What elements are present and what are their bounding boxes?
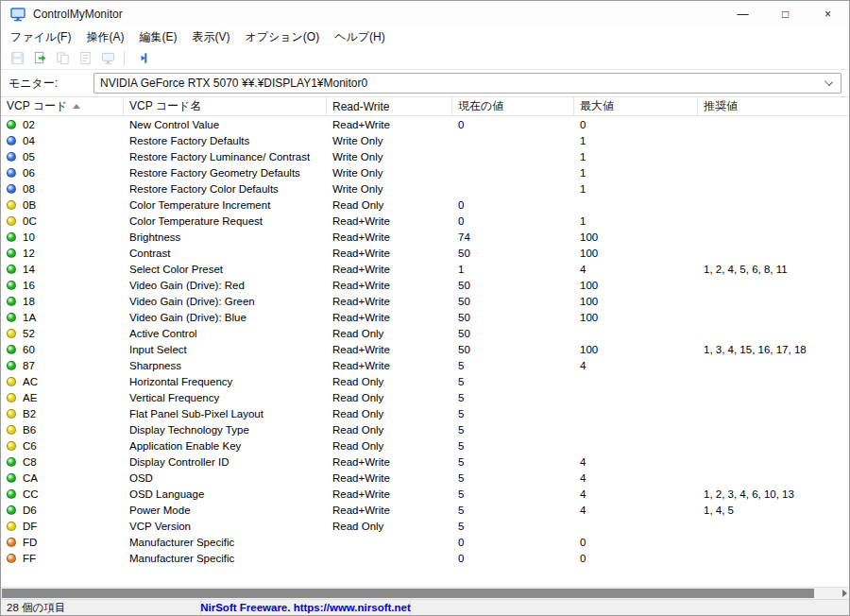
table-row[interactable]: 04Restore Factory DefaultsWrite Only1: [1, 132, 849, 148]
current-value-cell: 5: [452, 456, 574, 468]
vcp-code-cell: 0B: [1, 199, 124, 211]
close-button[interactable]: ×: [807, 1, 849, 27]
vcp-code-cell: 08: [1, 183, 124, 195]
minimize-button[interactable]: —: [722, 1, 764, 27]
scrollbar-thumb[interactable]: [2, 589, 814, 598]
read-write-cell: Read+Write: [327, 360, 452, 371]
chevron-down-icon: [824, 77, 833, 86]
table-row[interactable]: 16Video Gain (Drive): RedRead+Write50100: [1, 277, 849, 293]
turn-off-monitor-button[interactable]: [130, 49, 151, 68]
vcp-status-icon: [7, 457, 16, 467]
vcp-code: DF: [23, 521, 37, 532]
vcp-status-icon: [7, 297, 16, 306]
max-value-cell: 100: [574, 312, 698, 323]
vcp-code: C6: [23, 440, 37, 452]
scroll-right-arrow-icon[interactable]: [842, 590, 847, 597]
table-row[interactable]: 0BColor Temperature IncrementRead Only0: [1, 197, 849, 213]
current-value-cell: 0: [452, 553, 574, 564]
vcp-code-cell: 0C: [1, 215, 124, 227]
table-row[interactable]: 87SharpnessRead+Write54: [1, 357, 849, 373]
monitor-button[interactable]: [97, 49, 118, 68]
table-row[interactable]: 06Restore Factory Geometry DefaultsWrite…: [1, 164, 849, 180]
vcp-code: 12: [23, 248, 35, 259]
table-row[interactable]: 10BrightnessRead+Write74100: [1, 229, 849, 245]
read-write-cell: Read Only: [327, 408, 452, 419]
horizontal-scrollbar[interactable]: [1, 587, 849, 599]
table-row[interactable]: FDManufacturer Specific00: [1, 534, 849, 550]
table-row[interactable]: 05Restore Factory Luminance/ ContrastWri…: [1, 148, 849, 164]
read-write-cell: Read+Write: [327, 119, 452, 130]
table-row[interactable]: 12ContrastRead+Write50100: [1, 245, 849, 261]
vcp-code-cell: 16: [1, 280, 124, 291]
vcp-code-cell: 06: [1, 167, 124, 179]
menu-help[interactable]: ヘルプ(H): [327, 27, 393, 47]
table-row[interactable]: C8Display Controller IDRead+Write54: [1, 453, 849, 470]
vcp-code-cell: D6: [1, 505, 124, 516]
table-row[interactable]: B6Display Technology TypeRead Only5: [1, 421, 849, 437]
menu-file[interactable]: ファイル(F): [3, 27, 78, 47]
table-row[interactable]: 14Select Color PresetRead+Write141, 2, 4…: [1, 261, 849, 277]
table-row[interactable]: CAOSDRead+Write54: [1, 470, 849, 486]
column-header-recommended[interactable]: 推奨値: [698, 97, 849, 115]
current-value-cell: 50: [452, 312, 574, 323]
toolbar-separator: [124, 51, 125, 66]
table-row[interactable]: 08Restore Factory Color DefaultsWrite On…: [1, 180, 849, 197]
menu-view[interactable]: 表示(V): [184, 27, 237, 47]
read-write-cell: Read+Write: [327, 488, 452, 500]
max-value-cell: 0: [574, 119, 698, 130]
table-row[interactable]: 02New Control ValueRead+Write00: [1, 116, 849, 132]
menu-action[interactable]: 操作(A): [78, 27, 131, 47]
column-header-current-value[interactable]: 現在の値: [452, 97, 574, 115]
save-button[interactable]: [7, 49, 27, 68]
vcp-code: 06: [23, 167, 35, 179]
column-header-read-write[interactable]: Read-Write: [327, 97, 452, 115]
table-row[interactable]: CCOSD LanguageRead+Write541, 2, 3, 4, 6,…: [1, 486, 849, 502]
vcp-status-icon: [7, 168, 16, 178]
copy-icon: [56, 51, 70, 65]
max-value-cell: 4: [574, 472, 698, 484]
table-row[interactable]: 60Input SelectRead+Write501001, 3, 4, 15…: [1, 341, 849, 357]
vcp-name-cell: Restore Factory Luminance/ Contrast: [124, 151, 327, 163]
table-row[interactable]: ACHorizontal FrequencyRead Only5: [1, 373, 849, 389]
vcp-status-icon: [7, 554, 16, 563]
item-count: 28 個の項目: [1, 600, 201, 615]
vcp-table: VCP コード VCP コード名 Read-Write 現在の値 最大値 推奨値…: [1, 97, 849, 587]
vcp-status-icon: [7, 313, 16, 322]
table-header: VCP コード VCP コード名 Read-Write 現在の値 最大値 推奨値: [1, 97, 849, 116]
vcp-name-cell: Display Technology Type: [124, 424, 327, 436]
monitor-combobox[interactable]: NVIDIA GeForce RTX 5070 ¥¥.¥DISPLAY1¥Mon…: [94, 73, 842, 94]
table-row[interactable]: DFVCP VersionRead Only5: [1, 518, 849, 534]
current-value-cell: 5: [452, 360, 574, 371]
maximize-button[interactable]: □: [764, 1, 807, 27]
refresh-button[interactable]: [29, 49, 50, 68]
copy-button[interactable]: [52, 49, 73, 68]
read-write-cell: Read+Write: [327, 280, 452, 291]
properties-button[interactable]: [75, 49, 95, 68]
max-value-cell: 0: [574, 553, 698, 564]
vcp-code: C8: [23, 456, 37, 468]
max-value-cell: 100: [574, 344, 698, 355]
menu-edit[interactable]: 編集(E): [131, 27, 184, 47]
vcp-code-cell: 02: [1, 119, 124, 130]
table-row[interactable]: 52Active ControlRead Only50: [1, 325, 849, 341]
vcp-status-icon: [7, 136, 16, 145]
current-value-cell: 5: [452, 488, 574, 500]
vcp-status-icon: [7, 473, 16, 483]
column-header-vcp-code[interactable]: VCP コード: [1, 97, 124, 115]
read-write-cell: Read+Write: [327, 231, 452, 243]
column-header-max-value[interactable]: 最大値: [574, 97, 698, 115]
menu-options[interactable]: オプション(O): [237, 27, 327, 47]
table-row[interactable]: AEVertical FrequencyRead Only5: [1, 389, 849, 405]
table-row[interactable]: FFManufacturer Specific00: [1, 550, 849, 566]
table-row[interactable]: B2Flat Panel Sub-Pixel LayoutRead Only5: [1, 405, 849, 421]
vcp-code-cell: AC: [1, 376, 124, 387]
table-row[interactable]: C6Application Enable KeyRead Only5: [1, 437, 849, 453]
vcp-code: 02: [23, 119, 35, 130]
table-row[interactable]: 1AVideo Gain (Drive): BlueRead+Write5010…: [1, 309, 849, 325]
vcp-code-cell: FD: [1, 537, 124, 548]
table-row[interactable]: D6Power ModeRead+Write541, 4, 5: [1, 502, 849, 518]
column-header-vcp-name[interactable]: VCP コード名: [124, 97, 327, 115]
max-value-cell: 1: [574, 135, 698, 146]
table-row[interactable]: 18Video Gain (Drive): GreenRead+Write501…: [1, 293, 849, 309]
table-row[interactable]: 0CColor Temperature RequestRead+Write01: [1, 213, 849, 229]
